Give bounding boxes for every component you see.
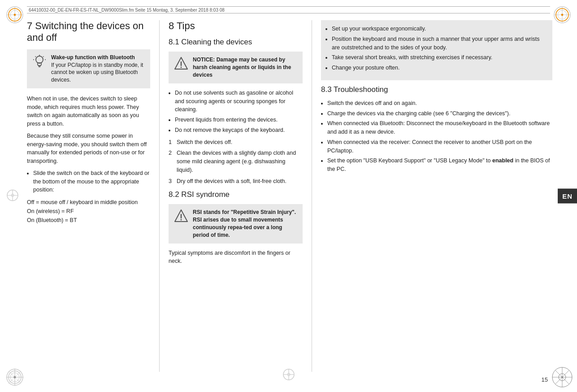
section81-bullet-1: Do not use solvents such as gasoline or … <box>175 89 303 114</box>
column-left: 7 Switching the devices on and off Wake-… <box>27 20 159 372</box>
step-3: 3Dry off the devices with a soft, lint-f… <box>169 177 303 186</box>
section81-title: 8.1 Cleaning the devices <box>169 37 303 47</box>
section83-bullet-4: When connected via the receiver: Connect… <box>327 138 552 155</box>
section83-bullet-5: Set the option "USB Keyboard Support" or… <box>327 157 552 174</box>
notice-box-cleaning: NOTICE: Damage may be caused by harsh cl… <box>169 52 303 83</box>
section81-bullet-3: Do not remove the keycaps of the keyboar… <box>175 126 303 135</box>
rsi-bullets: Set up your workspace ergonomically. Pos… <box>332 25 547 72</box>
section81-bullet-2: Prevent liquids from entering the device… <box>175 116 303 124</box>
section81-bullets: Do not use solvents such as gasoline or … <box>175 89 303 135</box>
reg-mark-left <box>6 189 19 203</box>
header-bar: 64410032-00_DE-EN-FR-ES-IT-NL_DW9000Slim… <box>27 6 550 13</box>
column-right: Set up your workspace ergonomically. Pos… <box>312 20 552 372</box>
language-tab: EN <box>558 189 577 204</box>
notice-box-text: NOTICE: Damage may be caused by harsh cl… <box>193 56 297 78</box>
svg-point-49 <box>36 56 43 63</box>
rsi-bullet-1: Set up your workspace ergonomically. <box>332 25 547 33</box>
svg-point-36 <box>561 376 563 378</box>
info-box-body: If your PC/laptop is in standby mode, it… <box>51 62 143 83</box>
corner-decoration-br <box>551 366 573 388</box>
section7-bullet1: Slide the switch on the back of the keyb… <box>33 169 150 194</box>
section83-title: 8.3 Troubleshooting <box>321 85 552 95</box>
section7-bullets: Slide the switch on the back of the keyb… <box>33 169 150 194</box>
corner-decoration-tl <box>4 4 26 26</box>
corner-decoration-tr <box>551 4 573 26</box>
content-area: 7 Switching the devices on and off Wake-… <box>27 20 552 372</box>
svg-point-10 <box>561 14 563 16</box>
page-number: 15 <box>542 376 548 383</box>
svg-point-59 <box>181 67 182 68</box>
rsi-bullet-2: Position the keyboard and mouse in such … <box>332 35 547 52</box>
code-line-3: On (Bluetooth) = BT <box>27 216 150 225</box>
notice-box-bold: NOTICE: Damage may be caused by harsh cl… <box>193 57 291 78</box>
rsi-bullet-3: Take several short breaks, with stretchi… <box>332 53 547 62</box>
step-1: 1Switch the devices off. <box>169 138 303 147</box>
section83-bullet-1: Switch the devices off and on again. <box>327 99 552 108</box>
warning-icon <box>174 56 188 70</box>
header-text: 64410032-00_DE-EN-FR-ES-IT-NL_DW9000Slim… <box>29 8 225 13</box>
section7-code: Off = mouse off / keyboard in middle pos… <box>27 198 150 225</box>
section82-title: 8.2 RSI syndrome <box>169 190 303 200</box>
svg-line-53 <box>35 56 36 57</box>
column-mid: 8 Tips 8.1 Cleaning the devices NOTICE: … <box>159 20 312 372</box>
info-box-text: Wake-up function with Bluetooth If your … <box>51 54 145 84</box>
section7-para2: Because they still consume some power in… <box>27 132 150 166</box>
svg-line-55 <box>43 56 44 57</box>
notice-box-rsi: RSI stands for "Repetitive Strain Injury… <box>169 204 303 243</box>
section81-steps: 1Switch the devices off. 2Clean the devi… <box>169 138 303 186</box>
warning-icon-rsi <box>174 209 188 223</box>
section82-para: Typical symptoms are discomfort in the f… <box>169 249 303 266</box>
rsi-notice-bold: RSI stands for "Repetitive Strain Injury… <box>193 209 296 238</box>
info-box-bluetooth: Wake-up function with Bluetooth If your … <box>27 49 150 88</box>
rsi-bullet-4: Change your posture often. <box>332 64 547 72</box>
rsi-cont-box: Set up your workspace ergonomically. Pos… <box>321 20 552 80</box>
svg-point-62 <box>181 219 182 221</box>
code-line-2: On (wireless) = RF <box>27 207 150 216</box>
info-box-title: Wake-up function with Bluetooth <box>51 54 135 61</box>
section83-bullet-3: When connected via Bluetooth: Disconnect… <box>327 119 552 136</box>
code-line-1: Off = mouse off / keyboard in middle pos… <box>27 198 150 207</box>
rsi-notice-text: RSI stands for "Repetitive Strain Injury… <box>193 209 297 239</box>
section83-bullets: Switch the devices off and on again. Cha… <box>327 99 552 174</box>
step-2: 2Clean the devices with a slightly damp … <box>169 149 303 174</box>
corner-decoration-bl <box>4 366 26 388</box>
lightbulb-icon <box>32 54 47 68</box>
section7-title: 7 Switching the devices on and off <box>27 20 150 44</box>
svg-point-4 <box>14 14 16 16</box>
section7-para1: When not in use, the devices switch to s… <box>27 95 150 128</box>
section83-bullet-2: Charge the devices via the charging cabl… <box>327 109 552 118</box>
section8-title: 8 Tips <box>169 20 303 32</box>
